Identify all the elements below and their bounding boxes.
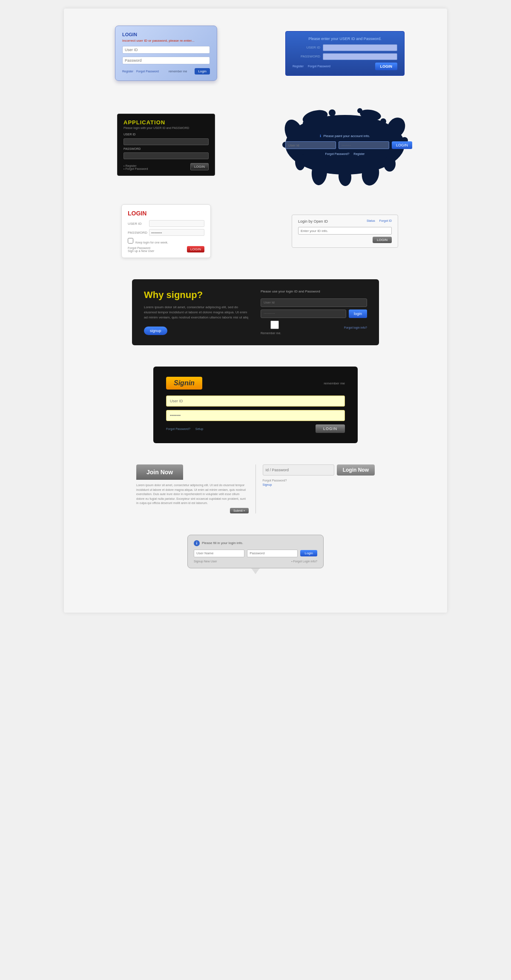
widget8-userid-input[interactable] <box>166 395 345 407</box>
widget6-login-button[interactable]: LOGIN <box>373 237 392 243</box>
col-3-2: Login by Open ID Status Forgot ID LOGIN <box>256 215 434 248</box>
widget1-forgot-link[interactable]: Forgot Password <box>136 70 159 73</box>
widget10-name-input[interactable] <box>194 550 244 557</box>
widget2-password-input[interactable] <box>323 53 397 60</box>
widget2-forgot[interactable]: Forgot Password <box>308 65 330 68</box>
widget7-remember: Remember me. <box>261 321 289 335</box>
widget9-forgot[interactable]: Forgot Password? <box>263 479 375 482</box>
widget3-userid-input[interactable] <box>123 138 209 145</box>
widget2-pass-row: PASSWORD <box>293 53 397 60</box>
widget9-loginnow-button[interactable]: Login Now <box>337 464 375 476</box>
widget8-links: Forgot Password? Setup <box>166 427 203 430</box>
widget2-login-button[interactable]: LOGIN <box>375 63 398 70</box>
widget6-status[interactable]: Status <box>367 219 375 222</box>
widget3-login-button[interactable]: LOGIN <box>190 163 209 170</box>
widget2-bottom: Register Forgot Password LOGIN <box>293 63 397 70</box>
widget10-pass-input[interactable] <box>247 550 298 557</box>
row-3: LOGIN USER ID PASSWORD Keep login for on… <box>77 204 434 258</box>
col-1-1: LOGIN Incorrect user ID or password, ple… <box>77 26 256 81</box>
widget7-title: Why signup? <box>144 289 250 301</box>
widget4-info: ℹ Please paint your account info. <box>285 134 405 138</box>
widget1-password-input[interactable] <box>122 57 210 64</box>
widget10-signup[interactable]: Signup New User <box>194 560 217 563</box>
col-2-2: ℹ Please paint your account info. LOGIN … <box>256 102 434 187</box>
widget10-forgot[interactable]: • Forgot Login info? <box>291 560 317 563</box>
widget4-userid-input[interactable] <box>285 141 336 149</box>
widget5-forgot[interactable]: Forgot Password <box>128 246 154 249</box>
widget5-userid-input[interactable] <box>149 220 204 227</box>
widget9-divider <box>256 464 256 513</box>
widget10-title: Please fill in your login info. <box>202 541 243 545</box>
widget2-links: Register Forgot Password <box>293 65 330 68</box>
widget-4-grunge: ℹ Please paint your account info. LOGIN … <box>277 102 413 187</box>
widget5-user-row: USER ID <box>128 220 204 227</box>
widget5-links: Forgot Password Sign up a New User <box>128 246 154 252</box>
widget5-check: Keep login for one week. <box>128 238 204 244</box>
widget7-signup-button[interactable]: signup <box>144 327 167 335</box>
info-icon: i <box>194 540 200 546</box>
widget10-footer: Signup New User • Forgot Login info? <box>194 560 317 563</box>
widget-3-login: APPLICATION Please login with your USER … <box>117 114 215 176</box>
widget5-signup[interactable]: Sign up a New User <box>128 249 154 252</box>
widget9-signup[interactable]: Signup <box>263 483 375 486</box>
widget3-password-input[interactable] <box>123 152 209 159</box>
widget7-left: Why signup? Lorem ipsum dolor sit amet, … <box>144 289 250 335</box>
widget2-user-row: USER ID <box>293 44 397 51</box>
svg-point-11 <box>357 108 362 113</box>
widget9-submit-button[interactable]: Submit » <box>230 508 249 513</box>
widget7-remember-check[interactable] <box>261 321 289 329</box>
svg-point-10 <box>329 109 336 116</box>
widget8-forgot[interactable]: Forgot Password? <box>166 427 190 430</box>
widget7-login-button[interactable]: login <box>349 309 367 318</box>
widget8-password-input[interactable] <box>166 410 345 421</box>
widget10-login-button[interactable]: Login <box>300 550 317 556</box>
widget1-footer: Register Forgot Password remember me Log… <box>122 68 210 75</box>
widget5-password-input[interactable] <box>149 229 204 236</box>
widget8-footer: Forgot Password? Setup LOGIN <box>166 424 345 433</box>
widget2-title: Please enter your USER ID and Password. <box>293 37 397 41</box>
widget9-join-button[interactable]: Join Now <box>136 464 183 480</box>
widget4-links: Forgot Password? Register <box>285 152 405 155</box>
widget-8-signin: Signin remember me Forgot Password? Setu… <box>153 367 358 443</box>
widget3-links: • Register • Forgot Password <box>123 164 148 170</box>
widget6-id-input[interactable] <box>298 227 392 235</box>
widget4-register[interactable]: Register <box>353 152 365 155</box>
widget2-userid-input[interactable] <box>323 44 397 51</box>
widget7-text: Lorem ipsum dolor sit amet, consectetur … <box>144 305 250 320</box>
widget2-register[interactable]: Register <box>293 65 304 68</box>
widget8-setup[interactable]: Setup <box>195 427 203 430</box>
widget6-forgot-id[interactable]: Forgot ID <box>379 219 392 222</box>
widget4-content: ℹ Please paint your account info. LOGIN … <box>285 134 405 155</box>
widget4-password-input[interactable] <box>339 141 389 149</box>
widget7-forgot[interactable]: Forgot login info? <box>344 326 367 329</box>
row-6: Join Now Lorem ipsum dolor sit amet, con… <box>77 464 434 513</box>
widget3-footer: • Register • Forgot Password LOGIN <box>123 163 209 170</box>
col-3-1: LOGIN USER ID PASSWORD Keep login for on… <box>77 204 256 258</box>
widget1-login-button[interactable]: Login <box>195 68 210 75</box>
widget10-fields-row: Login <box>194 550 317 557</box>
widget1-userid-input[interactable] <box>122 46 210 54</box>
widget8-header: Signin remember me <box>166 377 345 390</box>
widget4-forgot[interactable]: Forgot Password? <box>325 152 350 155</box>
widget1-register-link[interactable]: Register <box>122 70 133 73</box>
widget1-title: LOGIN <box>122 32 210 37</box>
widget4-login-button[interactable]: LOGIN <box>392 141 412 149</box>
widget1-links: Register Forgot Password <box>122 70 161 73</box>
widget3-forgot[interactable]: • Forgot Password <box>123 167 148 170</box>
widget3-subtitle: Please login with your USER ID and PASSW… <box>123 126 209 129</box>
widget10-title-row: i Please fill in your login info. <box>194 540 317 546</box>
svg-point-9 <box>384 156 396 172</box>
widget8-login-button[interactable]: LOGIN <box>316 424 345 433</box>
widget2-pass-label: PASSWORD <box>293 54 320 58</box>
widget7-userid-input[interactable] <box>261 298 367 307</box>
widget6-links: Status Forgot ID <box>367 219 392 224</box>
widget6-title-row: Login by Open ID Status Forgot ID <box>298 219 392 224</box>
widget5-login-button[interactable]: LOGIN <box>187 246 204 252</box>
row-1: LOGIN Incorrect user ID or password, ple… <box>77 26 434 81</box>
widget-7-why-signup: Why signup? Lorem ipsum dolor sit amet, … <box>132 279 379 345</box>
widget5-remember-check[interactable] <box>128 238 133 244</box>
widget9-login-input[interactable] <box>263 464 334 476</box>
widget3-register[interactable]: • Register <box>123 164 148 167</box>
widget7-password-input[interactable] <box>261 309 346 318</box>
widget6-footer: LOGIN <box>298 237 392 243</box>
